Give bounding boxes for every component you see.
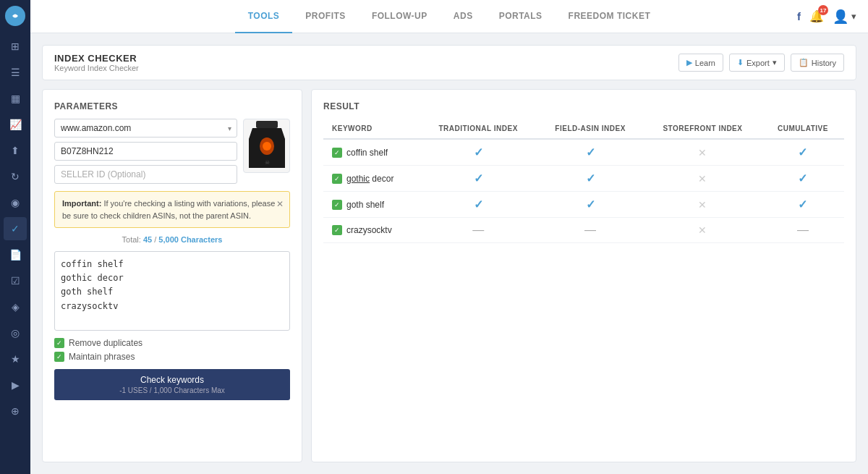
remove-duplicates-label: Remove duplicates: [69, 338, 142, 348]
user-chevron-icon: ▾: [851, 11, 856, 22]
chars-label: Characters: [181, 235, 222, 244]
star-icon[interactable]: ★: [4, 347, 27, 371]
check-icon: ✓: [474, 172, 483, 185]
check-icon: ✓: [474, 146, 483, 158]
sidebar: ⊞ ☰ ▦ 📈 ⬆ ↻ ◉ ✓ 📄 ☑ ◈ ◎ ★ ▶ ⊕: [0, 0, 30, 474]
col-header-cumulative: CUMULATIVE: [762, 119, 844, 139]
col-header-storefront: STOREFRONT INDEX: [644, 119, 762, 139]
row-checkbox[interactable]: ✓: [332, 148, 342, 158]
params-inputs: www.amazon.com www.amazon.co.uk www.amaz…: [54, 119, 237, 184]
chart-bar-icon[interactable]: ▦: [4, 87, 27, 110]
main-panels: Parameters www.amazon.com www.amazon.co.…: [42, 89, 856, 462]
keyword-text: coffin shelf: [346, 148, 388, 158]
dash-icon: —: [797, 224, 809, 236]
check-keywords-button[interactable]: Check keywords -1 USES / 1,000 Character…: [54, 369, 290, 400]
page-title: INDEX CHECKER: [54, 53, 139, 64]
col-header-traditional: TRADITIONAL INDEX: [420, 119, 537, 139]
export-button[interactable]: ⬇ Export ▾: [729, 54, 785, 72]
chars-used: 45: [143, 235, 152, 244]
traditional-index-cell: ✓: [420, 192, 537, 218]
cumulative-cell: —: [762, 218, 844, 243]
product-image: ☠: [243, 119, 290, 173]
alert-close-button[interactable]: ✕: [276, 198, 284, 211]
pin-icon[interactable]: ⊕: [4, 399, 27, 423]
field-asin-cell: ✓: [537, 166, 644, 192]
marketplace-select[interactable]: www.amazon.com www.amazon.co.uk www.amaz…: [54, 119, 237, 137]
check-btn-label: Check keywords: [66, 375, 278, 385]
traditional-index-cell: —: [420, 218, 537, 243]
checkmark-box-icon[interactable]: ☑: [4, 269, 27, 292]
nav-item-ads[interactable]: ADS: [441, 0, 486, 33]
globe-icon[interactable]: ◉: [4, 191, 27, 214]
result-panel-title: Result: [323, 101, 844, 111]
chars-info: Total: 45 / 5,000 Characters: [54, 235, 290, 244]
main-content: TOOLS PROFITS FOLLOW-UP ADS PORTALS FREE…: [30, 0, 868, 474]
trend-icon[interactable]: 📈: [4, 113, 27, 136]
list-icon[interactable]: ☰: [4, 61, 27, 84]
col-header-keyword: KEYWORD: [323, 119, 420, 139]
page-content: INDEX CHECKER Keyword Index Checker ▶ Le…: [30, 33, 868, 474]
export-icon: ⬇: [737, 58, 744, 67]
traditional-index-cell: ✓: [420, 166, 537, 192]
nav-menu: TOOLS PROFITS FOLLOW-UP ADS PORTALS FREE…: [235, 0, 664, 33]
row-checkbox[interactable]: ✓: [332, 200, 342, 210]
document-icon[interactable]: 📄: [4, 243, 27, 266]
seller-id-input[interactable]: [54, 165, 237, 184]
notifications-button[interactable]: 🔔 17: [809, 9, 824, 23]
alert-important-label: Important:: [62, 199, 101, 208]
field-asin-cell: ✓: [537, 192, 644, 218]
learn-button[interactable]: ▶ Learn: [678, 54, 723, 72]
maintain-phrases-checkbox[interactable]: ✓: [54, 352, 64, 362]
table-row: ✓ goth shelf ✓✓✕✓: [323, 192, 844, 218]
nav-item-portals[interactable]: PORTALS: [486, 0, 556, 33]
user-avatar-icon: 👤: [833, 9, 848, 25]
table-row: ✓ gothic decor ✓✓✕✓: [323, 166, 844, 192]
history-button[interactable]: 📋 History: [791, 54, 844, 72]
check-icon: ✓: [474, 198, 483, 211]
keywords-textarea[interactable]: coffin shelf gothic decor goth shelf cra…: [54, 251, 290, 331]
check-icon: ✓: [586, 198, 595, 211]
check-icon: ✓: [798, 146, 807, 158]
play-icon[interactable]: ▶: [4, 373, 27, 397]
tag-icon[interactable]: ◈: [4, 295, 27, 318]
app-logo[interactable]: [5, 6, 25, 26]
page-header-left: INDEX CHECKER Keyword Index Checker: [54, 53, 139, 72]
learn-label: Learn: [695, 59, 715, 67]
analytics-icon[interactable]: ⬆: [4, 139, 27, 162]
nav-item-tools[interactable]: TOOLS: [235, 0, 293, 33]
user-menu-button[interactable]: 👤 ▾: [833, 9, 856, 25]
row-checkbox[interactable]: ✓: [332, 225, 342, 235]
history-label: History: [812, 59, 836, 67]
nav-item-profits[interactable]: PROFITS: [292, 0, 359, 33]
export-label: Export: [746, 59, 770, 67]
remove-duplicates-checkbox[interactable]: ✓: [54, 338, 64, 348]
cumulative-cell: ✓: [762, 192, 844, 218]
table-header-row: KEYWORD TRADITIONAL INDEX FIELD-ASIN IND…: [323, 119, 844, 139]
facebook-button[interactable]: f: [797, 10, 801, 23]
check-icon[interactable]: ✓: [4, 217, 27, 240]
nav-item-freedomticket[interactable]: FREEDOM TICKET: [556, 0, 664, 33]
field-asin-cell: —: [537, 218, 644, 243]
svg-rect-1: [256, 121, 278, 128]
asin-input[interactable]: [54, 142, 237, 161]
nav-item-followup[interactable]: FOLLOW-UP: [359, 0, 441, 33]
refresh-icon[interactable]: ↻: [4, 165, 27, 188]
dashboard-icon[interactable]: ⊞: [4, 35, 27, 58]
row-checkbox[interactable]: ✓: [332, 174, 342, 184]
chars-total: 5,000: [158, 235, 179, 244]
dash-icon: —: [584, 224, 596, 236]
table-row: ✓ coffin shelf ✓✓✕✓: [323, 139, 844, 166]
nav-right-actions: f 🔔 17 👤 ▾: [797, 9, 856, 25]
check-btn-sub: -1 USES / 1,000 Characters Max: [66, 386, 278, 394]
notification-count: 17: [818, 5, 828, 15]
alert-box: Important: If you're checking a listing …: [54, 191, 290, 228]
maintain-phrases-row: ✓ Maintain phrases: [54, 352, 290, 362]
top-navigation: TOOLS PROFITS FOLLOW-UP ADS PORTALS FREE…: [30, 0, 868, 33]
page-header: INDEX CHECKER Keyword Index Checker ▶ Le…: [42, 45, 856, 80]
check-icon: ✓: [586, 172, 595, 185]
person-icon[interactable]: ◎: [4, 321, 27, 344]
col-header-field-asin: FIELD-ASIN INDEX: [537, 119, 644, 139]
keyword-cell: ✓ goth shelf: [323, 192, 420, 218]
svg-point-4: [263, 142, 271, 151]
svg-text:☠: ☠: [264, 159, 269, 166]
